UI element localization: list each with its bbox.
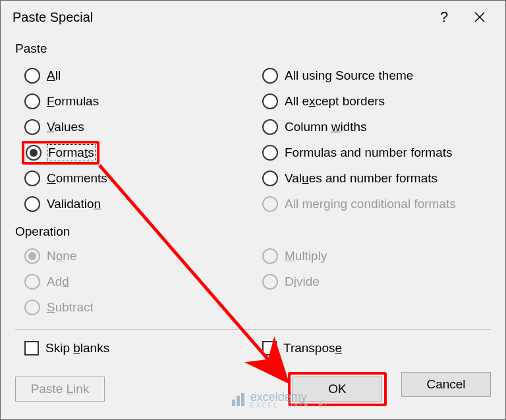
- check-label: Transpose: [283, 341, 342, 355]
- radio-icon: [262, 93, 278, 109]
- radio-label: All: [47, 68, 61, 83]
- radio-subtract: Subtract: [15, 294, 253, 320]
- button-label: Cancel: [426, 377, 465, 392]
- radio-label: Formats: [48, 145, 94, 160]
- radio-icon: [262, 274, 278, 290]
- close-button[interactable]: [462, 3, 497, 32]
- radio-icon: [262, 145, 278, 161]
- radio-label: Values and number formats: [285, 171, 437, 186]
- radio-formulas-num-formats[interactable]: Formulas and number formats: [253, 140, 491, 165]
- radio-values[interactable]: Values: [15, 114, 253, 140]
- dialog-title: Paste Special: [13, 10, 426, 25]
- radio-comments[interactable]: Comments: [15, 165, 253, 191]
- radio-validation[interactable]: Validation: [15, 191, 253, 217]
- radio-divide: Divide: [253, 269, 491, 294]
- radio-multiply: Multiply: [253, 243, 491, 269]
- close-icon: [474, 11, 486, 23]
- button-label: OK: [328, 382, 346, 396]
- formats-highlight: Formats: [22, 141, 99, 165]
- radio-icon: [262, 68, 278, 84]
- radio-add: Add: [15, 269, 253, 294]
- ok-button[interactable]: OK: [293, 377, 382, 402]
- radio-label: Add: [47, 275, 69, 289]
- radio-label: Column widths: [285, 120, 367, 134]
- extra-options: Skip blanks Transpose: [15, 336, 491, 360]
- radio-icon: [262, 196, 278, 212]
- radio-icon: [24, 68, 40, 84]
- titlebar: Paste Special ?: [1, 1, 505, 34]
- radio-label: Comments: [47, 171, 107, 186]
- watermark-logo-icon: [232, 393, 245, 406]
- checkbox-icon: [262, 341, 277, 355]
- radio-label: All except borders: [285, 94, 385, 109]
- paste-group-label: Paste: [15, 41, 47, 56]
- radio-icon: [24, 171, 40, 186]
- radio-label: Formulas and number formats: [285, 145, 453, 160]
- radio-icon: [24, 274, 40, 290]
- radio-icon: [262, 248, 278, 264]
- radio-label: Divide: [285, 275, 320, 289]
- check-transpose[interactable]: Transpose: [253, 336, 491, 360]
- cancel-button[interactable]: Cancel: [401, 372, 491, 397]
- radio-values-num-formats[interactable]: Values and number formats: [253, 165, 491, 191]
- paste-link-button: Paste Link: [15, 377, 105, 402]
- radio-icon: [26, 145, 42, 161]
- help-button[interactable]: ?: [426, 3, 462, 32]
- radio-label: Subtract: [47, 300, 94, 315]
- radio-icon: [24, 119, 40, 135]
- operation-group-label: Operation: [15, 224, 491, 239]
- radio-icon: [24, 93, 40, 109]
- check-label: Skip blanks: [45, 341, 109, 355]
- radio-column-widths[interactable]: Column widths: [253, 114, 491, 140]
- button-bar: Paste Link OK Cancel exceldemy EXCEL · D…: [1, 372, 505, 418]
- radio-all-theme[interactable]: All using Source theme: [253, 63, 491, 88]
- radio-label: Values: [47, 120, 84, 134]
- radio-none: None: [15, 243, 253, 269]
- radio-all-merging: All merging conditional formats: [253, 191, 491, 217]
- radio-icon: [262, 171, 278, 186]
- operation-options: None Add Subtract Multiply Divide: [15, 243, 491, 320]
- radio-label: Formulas: [47, 94, 99, 109]
- checkbox-icon: [24, 341, 39, 355]
- radio-icon: [24, 196, 40, 212]
- radio-label: None: [47, 249, 76, 263]
- radio-icon: [24, 300, 40, 315]
- radio-icon: [24, 248, 40, 264]
- radio-label: Validation: [47, 197, 101, 211]
- check-skip-blanks[interactable]: Skip blanks: [15, 336, 253, 360]
- radio-all[interactable]: All: [15, 63, 253, 88]
- radio-formulas[interactable]: Formulas: [15, 88, 253, 114]
- button-label: Paste Link: [31, 382, 90, 396]
- radio-icon: [262, 119, 278, 135]
- radio-all-except-borders[interactable]: All except borders: [253, 88, 491, 114]
- paste-options: All Formulas Values Formats Comments: [15, 63, 491, 217]
- ok-highlight: OK: [288, 372, 387, 406]
- radio-label: Multiply: [285, 249, 327, 263]
- radio-formats[interactable]: Formats: [15, 140, 253, 165]
- radio-label: All merging conditional formats: [285, 197, 456, 211]
- divider: [15, 329, 491, 330]
- radio-label: All using Source theme: [285, 68, 413, 83]
